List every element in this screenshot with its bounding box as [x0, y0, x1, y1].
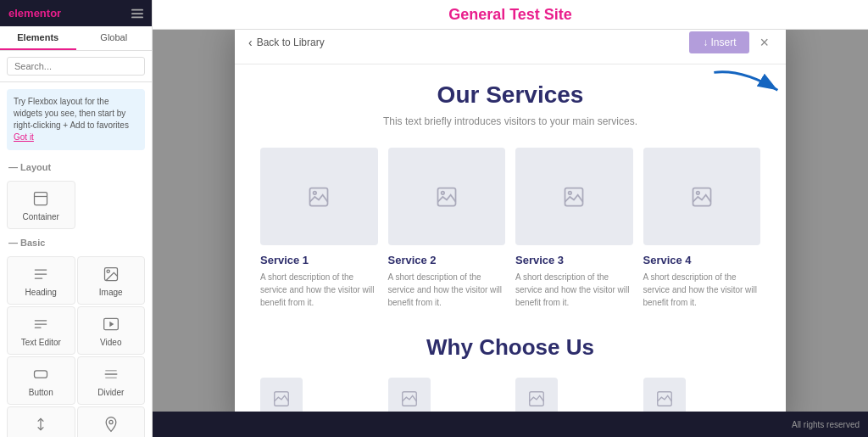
- layout-section-title: — Layout: [0, 157, 152, 177]
- info-link[interactable]: Got it: [14, 132, 34, 142]
- back-label: Back to Library: [257, 36, 325, 48]
- menu-icon[interactable]: [131, 8, 143, 20]
- editor-background: elementor Elements Global Try Flexbox la…: [0, 0, 868, 437]
- widget-spacer[interactable]: Spacer: [7, 406, 75, 437]
- search-area: [0, 51, 152, 82]
- tab-elements[interactable]: Elements: [0, 26, 76, 50]
- info-box: Try Flexbox layout for the widgets you s…: [7, 89, 145, 150]
- service-desc-3: A short description of the service and h…: [515, 271, 633, 309]
- divider-icon: [101, 364, 121, 384]
- service-title-4: Service 4: [643, 254, 761, 266]
- tab-global[interactable]: Global: [76, 26, 153, 50]
- widget-container-label: Container: [23, 212, 59, 221]
- svg-point-6: [107, 270, 109, 272]
- svg-point-20: [441, 191, 444, 194]
- text-editor-icon: [31, 314, 51, 334]
- widget-video[interactable]: Video: [77, 306, 146, 355]
- service-desc-1: A short description of the service and h…: [260, 271, 378, 309]
- modal-actions: ↓ Insert ×: [689, 31, 772, 53]
- widget-button[interactable]: Button: [7, 356, 75, 405]
- why-icon-3: [515, 378, 558, 412]
- svg-point-22: [569, 191, 572, 194]
- basic-widgets: Heading Image Text Editor Video: [0, 253, 152, 437]
- svg-marker-8: [109, 322, 114, 328]
- widget-divider-label: Divider: [97, 388, 124, 397]
- why-card-1: [260, 378, 378, 412]
- svg-point-24: [696, 191, 699, 194]
- why-card-4: [643, 378, 761, 412]
- bottom-bar: All rights reserved: [153, 412, 868, 437]
- sidebar-tabs: Elements Global: [0, 26, 152, 51]
- why-placeholder-icon-3: [527, 389, 546, 408]
- sidebar-header: elementor: [0, 0, 152, 26]
- modal-overlay: ‹ Back to Library ↓ Insert × Our Service…: [153, 30, 868, 412]
- image-placeholder-icon-1: [307, 185, 331, 209]
- image-icon: [101, 264, 121, 284]
- search-input[interactable]: [7, 57, 145, 76]
- service-desc-4: A short description of the service and h…: [643, 271, 761, 309]
- map-icon: [101, 414, 121, 434]
- why-icon-4: [643, 378, 686, 412]
- why-title: Why Choose Us: [260, 334, 760, 361]
- back-to-library-button[interactable]: ‹ Back to Library: [248, 36, 325, 49]
- widget-image[interactable]: Image: [77, 256, 146, 305]
- why-icon-2: [388, 378, 431, 412]
- widget-google-maps[interactable]: Google Maps: [77, 406, 146, 437]
- widget-heading-label: Heading: [25, 288, 57, 297]
- widget-heading[interactable]: Heading: [7, 256, 75, 305]
- widget-divider[interactable]: Divider: [77, 356, 146, 405]
- services-grid: Service 1 A short description of the ser…: [260, 148, 760, 309]
- service-image-4: [643, 148, 761, 245]
- close-button[interactable]: ×: [756, 34, 772, 52]
- info-text: Try Flexbox layout for the widgets you s…: [14, 97, 129, 130]
- widget-text-editor-label: Text Editor: [21, 338, 61, 347]
- service-title-2: Service 2: [388, 254, 506, 266]
- why-icon-1: [260, 378, 303, 412]
- blue-arrow: [707, 65, 792, 111]
- service-image-3: [515, 148, 633, 245]
- modal-dialog: ‹ Back to Library ↓ Insert × Our Service…: [235, 30, 786, 412]
- copyright-text: All rights reserved: [792, 420, 860, 429]
- why-card-2: [388, 378, 506, 412]
- insert-button[interactable]: ↓ Insert: [689, 31, 749, 53]
- svg-rect-9: [35, 371, 47, 378]
- svg-rect-3: [35, 193, 47, 205]
- modal-subtitle: This text briefly introduces visitors to…: [260, 115, 760, 127]
- image-placeholder-icon-4: [690, 185, 714, 209]
- widget-button-label: Button: [29, 388, 53, 397]
- svg-point-14: [109, 420, 113, 423]
- modal-header: ‹ Back to Library ↓ Insert ×: [235, 30, 786, 64]
- widget-text-editor[interactable]: Text Editor: [7, 306, 75, 355]
- modal-body: Our Services This text briefly introduce…: [235, 64, 786, 412]
- layout-widgets: Container: [0, 177, 152, 233]
- image-placeholder-icon-2: [435, 185, 459, 209]
- service-card-2: Service 2 A short description of the ser…: [388, 148, 506, 309]
- svg-rect-2: [131, 16, 143, 18]
- basic-section-title: — Basic: [0, 233, 152, 253]
- editor-logo: elementor: [8, 7, 61, 20]
- heading-icon: [31, 264, 51, 284]
- svg-rect-1: [131, 13, 143, 14]
- service-desc-2: A short description of the service and h…: [388, 271, 506, 309]
- svg-point-18: [314, 191, 317, 194]
- service-title-3: Service 3: [515, 254, 633, 266]
- content-area: ‹ Back to Library ↓ Insert × Our Service…: [153, 30, 868, 412]
- why-placeholder-icon-1: [272, 389, 291, 408]
- service-image-2: [388, 148, 506, 245]
- widget-image-label: Image: [99, 288, 123, 297]
- service-card-1: Service 1 A short description of the ser…: [260, 148, 378, 309]
- site-title: General Test Site: [448, 6, 572, 24]
- image-placeholder-icon-3: [562, 185, 586, 209]
- main-area: General Test Site: [153, 0, 868, 437]
- why-placeholder-icon-4: [655, 389, 674, 408]
- container-icon: [31, 188, 51, 209]
- widget-container[interactable]: Container: [7, 181, 75, 229]
- why-grid: [260, 378, 760, 412]
- sidebar: elementor Elements Global Try Flexbox la…: [0, 0, 153, 437]
- service-image-1: [260, 148, 378, 245]
- button-icon: [31, 364, 51, 384]
- widget-video-label: Video: [100, 338, 121, 347]
- service-card-4: Service 4 A short description of the ser…: [643, 148, 761, 309]
- spacer-icon: [31, 414, 51, 434]
- svg-rect-0: [131, 8, 143, 10]
